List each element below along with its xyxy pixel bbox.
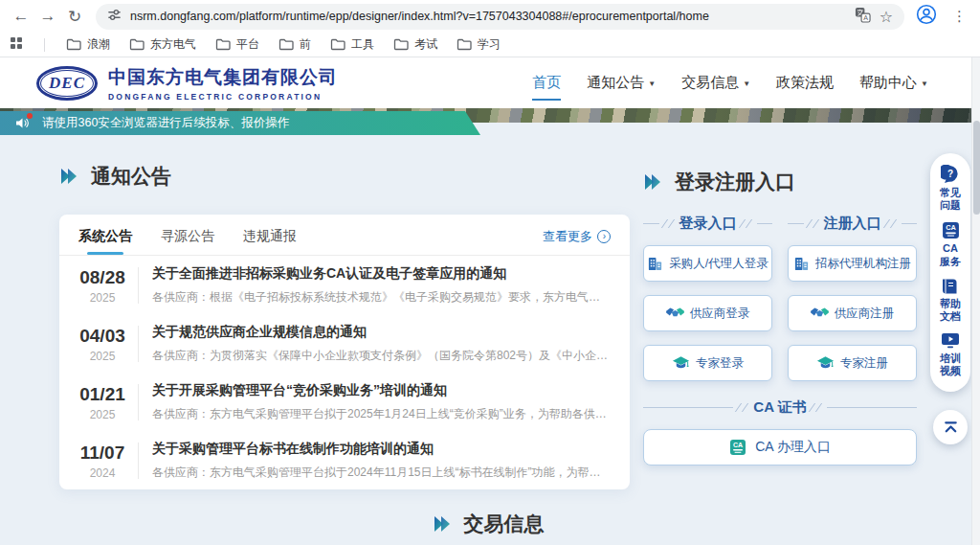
nav-item-notices[interactable]: 通知公告 (587, 68, 656, 98)
notice-summary: 各供应商：东方电气采购管理平台拟于2025年1月24日上线“竞价采购”业务，为帮… (152, 406, 611, 422)
building-icon (793, 256, 810, 272)
notice-title[interactable]: 关于采购管理平台标书在线制作功能培训的通知 (152, 441, 611, 458)
bookmark-label: 学习 (478, 36, 501, 53)
notice-title[interactable]: 关于开展采购管理平台“竞价采购业务”培训的通知 (152, 382, 611, 399)
notice-date: 11/07 2024 (78, 443, 126, 480)
bookmark-folder[interactable]: 前 (278, 36, 311, 53)
divider (138, 384, 139, 420)
login-group-header: 登录入口 (643, 215, 772, 233)
reload-icon[interactable]: ↻ (61, 3, 88, 30)
nav-item-transactions[interactable]: 交易信息 (681, 68, 750, 98)
tab-system-notices[interactable]: 系统公告 (78, 228, 132, 255)
folder-icon (457, 38, 472, 51)
bookmark-label: 东方电气 (150, 36, 196, 53)
nav-item-help-center[interactable]: 帮助中心 (859, 68, 928, 98)
help-docs-shortcut[interactable]: 帮助文档 (939, 278, 962, 323)
alert-banner-text: 请使用360安全浏览器进行后续投标、报价操作 (42, 115, 289, 131)
notice-date: 08/28 2025 (78, 267, 126, 305)
bookmark-folder[interactable]: 浪潮 (66, 36, 110, 53)
tab-violation-reports[interactable]: 违规通报 (243, 228, 297, 255)
chevron-down-icon (644, 74, 656, 90)
collapse-up-icon (943, 420, 959, 434)
bookmark-folder[interactable]: 平台 (215, 36, 259, 53)
supplier-login-button[interactable]: 供应商登录 (643, 295, 772, 331)
supplier-register-button[interactable]: 供应商注册 (788, 295, 917, 331)
section-title: 登录注册入口 (675, 169, 795, 195)
notice-date-year: 2025 (78, 291, 126, 305)
purchaser-agent-login-button[interactable]: 采购人/代理人登录 (643, 245, 772, 282)
notice-title[interactable]: 关于规范供应商企业规模信息的通知 (152, 324, 611, 341)
vertical-scrollbar[interactable] (971, 57, 980, 545)
view-more-link[interactable]: 查看更多 (543, 228, 611, 255)
bookmark-label: 工具 (351, 36, 374, 53)
forward-icon[interactable]: → (34, 3, 61, 30)
profile-avatar-icon[interactable] (916, 4, 937, 29)
notice-card: 系统公告 寻源公告 违规通报 查看更多 08/28 2025 (59, 215, 630, 489)
notice-summary: 各供应商：为贯彻落实《保障中小企业款项支付条例》（国务院令第802号）及《中小企… (152, 348, 611, 364)
ca-badge-icon: CA (942, 221, 960, 239)
ca-service-shortcut[interactable]: CA CA服务 (939, 221, 962, 267)
folder-icon (215, 38, 231, 51)
graduation-cap-icon (816, 355, 835, 371)
dec-logo-text: DEC (49, 74, 85, 93)
company-name: 中国东方电气集团有限公司 DONGFANG ELECTRIC CORPORATI… (108, 65, 338, 102)
chevron-down-icon (739, 74, 750, 90)
faq-shortcut[interactable]: ? 常见问题 (939, 165, 962, 212)
apps-grid-icon[interactable] (10, 36, 23, 53)
chevron-down-icon (917, 74, 928, 90)
notice-date-md: 11/07 (78, 443, 126, 464)
notice-date: 04/03 2025 (78, 326, 126, 363)
training-videos-shortcut[interactable]: 培训视频 (939, 332, 962, 377)
tab-sourcing-notices[interactable]: 寻源公告 (161, 228, 214, 255)
back-icon[interactable]: ← (8, 3, 34, 30)
shortcut-label: 帮助文档 (939, 298, 962, 323)
bookmark-label: 平台 (236, 36, 259, 53)
notice-text: 关于开展采购管理平台“竞价采购业务”培训的通知 各供应商：东方电气采购管理平台拟… (152, 382, 611, 422)
training-video-icon (941, 332, 960, 350)
notice-summary: 各供应商：东方电气采购管理平台拟于2024年11月15日上线“标书在线制作”功能… (152, 465, 611, 481)
bookmark-folder[interactable]: 考试 (393, 36, 437, 53)
notice-date: 01/21 2025 (78, 384, 126, 421)
folder-icon (330, 38, 345, 51)
notice-row[interactable]: 04/03 2025 关于规范供应商企业规模信息的通知 各供应商：为贯彻落实《保… (59, 314, 630, 373)
url-text[interactable]: nsrm.dongfang.com/platform/runtime/epp/d… (130, 10, 846, 23)
notice-title[interactable]: 关于全面推进非招标采购业务CA认证及电子签章应用的通知 (152, 265, 611, 283)
notice-tabs: 系统公告 寻源公告 违规通报 查看更多 (59, 215, 630, 256)
company-logo[interactable]: DEC 中国东方电气集团有限公司 DONGFANG ELECTRIC CORPO… (36, 65, 338, 102)
bookmark-folder[interactable]: 工具 (330, 36, 374, 53)
ca-apply-button[interactable]: CA CA 办理入口 (643, 429, 917, 466)
notice-date-year: 2025 (78, 350, 126, 363)
expert-register-button[interactable]: 专家注册 (788, 345, 917, 381)
section-arrow-icon (59, 168, 78, 185)
bidding-agency-register-button[interactable]: 招标代理机构注册 (788, 245, 917, 282)
login-portal-heading: 登录注册入口 (643, 169, 917, 195)
chevron-right-circle-icon (597, 230, 611, 243)
site-settings-icon[interactable] (107, 8, 122, 26)
bookmark-folder[interactable]: 东方电气 (129, 36, 196, 53)
notice-row[interactable]: 01/21 2025 关于开展采购管理平台“竞价采购业务”培训的通知 各供应商：… (59, 373, 630, 431)
portal-buttons: 采购人/代理人登录 招标代理机构注册 供应商登录 供应商注册 (643, 245, 917, 381)
bookmarks-bar: 浪潮 东方电气 平台 前 工具 考试 学习 (0, 33, 980, 57)
svg-text:?: ? (947, 169, 953, 179)
collapse-to-top-button[interactable] (933, 410, 968, 444)
nav-item-home[interactable]: 首页 (532, 68, 561, 98)
bookmark-label: 前 (300, 36, 311, 53)
nav-item-policies[interactable]: 政策法规 (776, 68, 834, 98)
shortcut-label: 常见问题 (939, 187, 962, 212)
bookmark-star-icon[interactable]: ☆ (880, 8, 893, 26)
notice-row[interactable]: 11/07 2024 关于采购管理平台标书在线制作功能培训的通知 各供应商：东方… (59, 431, 630, 489)
scrollbar-thumb[interactable] (973, 121, 980, 215)
expert-login-button[interactable]: 专家登录 (643, 345, 772, 381)
browser-menu-icon[interactable]: ⋮ (947, 8, 972, 25)
building-icon (647, 256, 663, 272)
notice-row[interactable]: 08/28 2025 关于全面推进非招标采购业务CA认证及电子签章应用的通知 各… (59, 256, 630, 314)
folder-icon (393, 38, 409, 51)
translate-icon[interactable]: A (855, 7, 871, 27)
ca-group-header: CA 证书 (643, 398, 917, 417)
address-bar[interactable]: nsrm.dongfang.com/platform/runtime/epp/d… (96, 4, 904, 30)
notice-date-year: 2025 (78, 408, 126, 421)
notices-heading: 通知公告 (59, 163, 630, 190)
bookmark-folder[interactable]: 学习 (457, 36, 501, 53)
svg-text:CA: CA (946, 224, 956, 233)
svg-text:CA: CA (733, 442, 743, 448)
